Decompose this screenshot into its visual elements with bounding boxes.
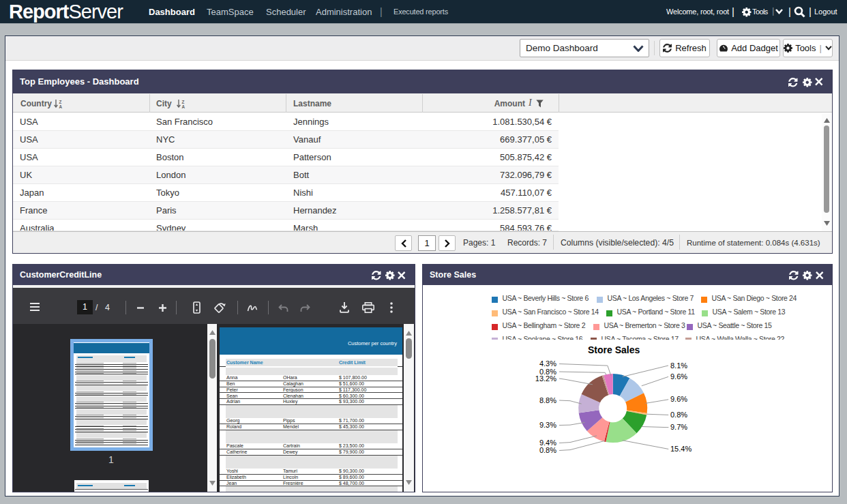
svg-text:9.6%: 9.6% bbox=[670, 395, 687, 403]
svg-text:15.4%: 15.4% bbox=[670, 445, 692, 453]
svg-text:Z: Z bbox=[182, 100, 185, 104]
svg-text:13.2%: 13.2% bbox=[535, 374, 556, 383]
svg-text:9.6%: 9.6% bbox=[670, 372, 687, 381]
svg-text:8.1%: 8.1% bbox=[670, 361, 687, 370]
svg-text:A: A bbox=[59, 104, 63, 108]
svg-text:8.8%: 8.8% bbox=[539, 396, 556, 404]
svg-text:9.7%: 9.7% bbox=[670, 423, 687, 431]
svg-text:A: A bbox=[182, 104, 185, 108]
svg-text:0.8%: 0.8% bbox=[539, 446, 556, 454]
svg-text:9.3%: 9.3% bbox=[539, 421, 556, 429]
svg-text:4.3%: 4.3% bbox=[539, 359, 556, 368]
svg-text:0.8%: 0.8% bbox=[670, 411, 687, 419]
svg-text:Z: Z bbox=[59, 100, 62, 104]
